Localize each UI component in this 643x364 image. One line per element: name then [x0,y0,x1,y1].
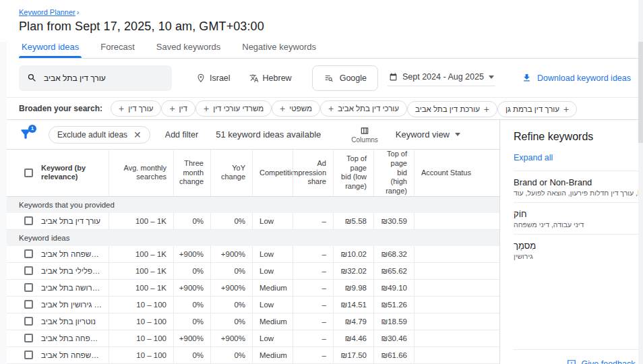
exclude-adult-ideas-chip[interactable]: Exclude adult ideas ✕ [49,126,150,144]
row-checkbox[interactable] [24,266,33,275]
header-ad-impression-share[interactable]: Ad impression share [293,150,334,196]
chip-label: משפטי [289,104,312,113]
header-avg-monthly-searches[interactable]: Avg. monthly searches [109,150,174,196]
plus-icon: + [169,104,175,113]
language-value: Hebrew [263,73,292,83]
broaden-chip-עורכת-דין-בתל-אביב[interactable]: +עורכת דין בתל אביב [407,101,497,117]
table-row[interactable]: נוטריון בתל אביב10 – 1000%0%Medium–₪4.79… [7,313,499,330]
header-yoy-change[interactable]: YoY change [211,150,253,196]
plus-icon: + [328,104,334,113]
plus-icon: + [563,104,569,114]
cell-value: Low [259,267,274,275]
keyword-text: עורך דין לענייני משפחה תל אביב [41,250,102,258]
table-row[interactable]: עורך דין בתל אביב100 – 1K0%0%Low–₪5.58₪3… [7,213,499,230]
cell-value: ₪61.66 [381,351,407,359]
cell-competition: Low [253,330,293,346]
scrollbar-thumb[interactable] [638,42,643,143]
row-checkbox[interactable] [24,351,33,359]
table-row[interactable]: עורך דין גירושין תל אביב10 – 1000%0%Low–… [7,297,499,313]
header-top-bid-high[interactable]: Top of page bid (high range) [374,150,415,196]
broaden-label: Broaden your search: [19,104,102,113]
cell-value: ₪4.46 [345,334,367,342]
breadcrumb[interactable]: Keyword Planner› [19,8,79,16]
cell-value: 0% [234,301,245,309]
row-checkbox[interactable] [24,283,33,292]
close-icon[interactable]: ✕ [133,129,142,140]
select-all-checkbox[interactable] [24,169,33,177]
header-three-month-change[interactable]: Three month change [174,150,211,196]
tabs: Keyword ideasForecastSaved keywordsNegat… [19,42,643,59]
panel-title: Refine keywords [514,131,593,143]
keyword-view-selector[interactable]: Keyword view [396,129,460,140]
cell-keyword: עורך דין לענייני משפחה תל אביב [7,246,109,262]
header-account-status[interactable]: Account Status [415,150,499,196]
cell-three-month-change: +900% [174,330,211,346]
tab-forecast[interactable]: Forecast [98,42,137,58]
row-checkbox[interactable] [24,216,33,225]
row-checkbox[interactable] [24,249,33,258]
expand-all-link[interactable]: Expand all [514,153,643,162]
row-checkbox[interactable] [24,317,33,326]
broaden-chip-דין[interactable]: +דין [161,100,195,117]
header-label: Keyword (by relevance) [41,164,102,183]
broaden-chips: +עורך דין+דין+משרדי עורכי דין+משפטי+עורכ… [111,100,577,117]
row-checkbox[interactable] [24,334,33,342]
refine-group-מִסמָך[interactable]: מִסמָךגירושין [514,234,643,266]
cell-value: +900% [179,284,204,292]
row-checkbox[interactable] [24,300,33,309]
cell-yoy-change: 0% [211,263,253,279]
cell-top-bid-high: ₪18.59 [374,313,415,330]
date-range-selector[interactable]: Sept 2024 - Aug 2025 [388,69,495,86]
keyword-text: עורך דין לענייני ירושה בתל אביב [41,284,102,292]
filter-button[interactable]: 1 [19,127,34,142]
cell-top-bid-low: ₪17.50 [334,347,374,363]
table-row[interactable]: עורך דין לענייני משפחה בתל אביב10 – 100+… [7,330,499,347]
location-selector[interactable]: Israel [196,73,231,83]
broaden-chip-עורך-דין-ברמת-גן[interactable]: +עורך דין ברמת גן [497,101,577,117]
table-row[interactable]: עורך דין פלילי בתל אביב100 – 1K0%0%Low–₪… [7,263,499,280]
cell-yoy-change: 0% [211,347,253,363]
plus-icon: + [280,104,285,113]
cell-value: 0% [192,351,204,359]
columns-button[interactable]: Columns [351,126,377,144]
cell-top-bid-high: ₪30.59 [374,213,415,229]
keyword-text: נוטריון בתל אביב [41,317,96,326]
tab-saved-keywords[interactable]: Saved keywords [154,42,223,58]
cell-yoy-change: 0% [211,213,253,229]
broaden-chip-עורכי-דין-בתל-אביב[interactable]: +עורכי דין בתל אביב [320,100,407,117]
header-label: Competition [259,169,293,178]
refine-groups: Brand or Non-BrandNon-Brands, עורך דין ח… [514,171,643,266]
cell-ad-impression-share: – [293,213,334,229]
section-header-keyword-ideas: Keyword ideas [7,230,499,246]
tab-keyword-ideas[interactable]: Keyword ideas [19,42,82,58]
group-title: מִסמָך [514,241,643,251]
broaden-chip-עורך-דין[interactable]: +עורך דין [111,100,161,117]
give-feedback-button[interactable]: Give feedback [567,359,636,364]
cell-value: 0% [234,351,245,359]
refine-group-brand-or-non-brand[interactable]: Brand or Non-BrandNon-Brands, עורך דין ח… [514,171,643,202]
table-row[interactable]: עורך דין משפחה תל אביב10 – 1000%0%Medium… [7,347,499,364]
language-selector[interactable]: Hebrew [249,73,292,83]
header-keyword[interactable]: Keyword (by relevance) [7,150,109,196]
table-row[interactable]: עורך דין לענייני ירושה בתל אביב100 – 1K+… [7,280,499,297]
download-icon [522,73,532,83]
download-keyword-ideas-button[interactable]: Download keyword ideas [522,73,631,83]
table-row[interactable]: עורך דין לענייני משפחה תל אביב100 – 1K+9… [7,246,499,263]
search-query-text: עורך דין בתל אביב [44,73,106,83]
filter-count-badge: 1 [28,125,36,133]
header-competition[interactable]: Competition [253,150,293,196]
tab-negative-keywords[interactable]: Negative keywords [239,42,319,58]
broaden-chip-משפטי[interactable]: +משפטי [272,100,320,117]
add-filter-button[interactable]: Add filter [165,130,198,140]
cell-value: ₪9.98 [345,284,367,292]
network-selector[interactable]: Google [312,65,378,91]
cell-value: 0% [234,267,245,275]
header-top-bid-low[interactable]: Top of page bid (low range) [334,150,374,196]
cell-account-status [415,347,499,363]
plus-icon: + [119,104,124,113]
scrollbar[interactable] [638,0,643,364]
cell-account-status [415,330,499,346]
keyword-search-input[interactable]: עורך דין בתל אביב [19,65,172,91]
refine-group-חוֹק[interactable]: חוֹקדיני עבודה, דיני משפחה [514,202,643,234]
broaden-chip-משרדי-עורכי-דין[interactable]: +משרדי עורכי דין [195,100,272,117]
